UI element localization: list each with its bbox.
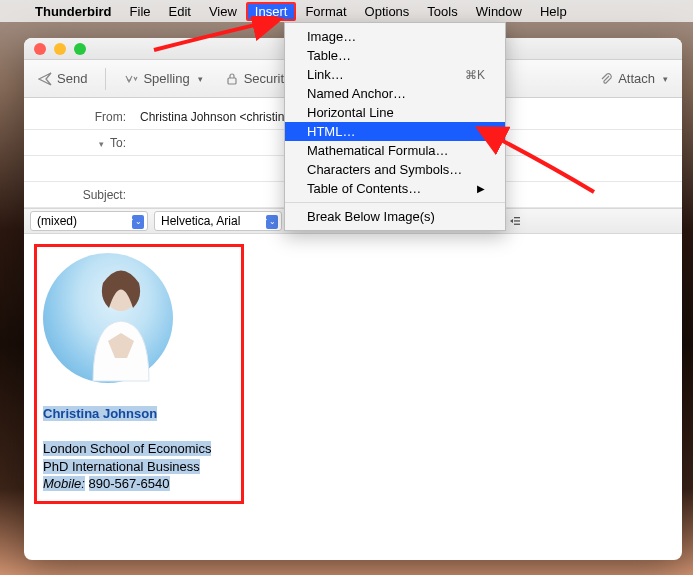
menu-item-image[interactable]: Image… (285, 27, 505, 46)
zoom-button[interactable] (74, 43, 86, 55)
signature-mobile: 890-567-6540 (89, 476, 170, 491)
menu-file[interactable]: File (121, 2, 160, 21)
menu-insert[interactable]: Insert (246, 2, 297, 21)
menu-item-toc[interactable]: Table of Contents…▶ (285, 179, 505, 198)
spelling-icon (124, 72, 138, 86)
menu-item-html[interactable]: HTML… (285, 122, 505, 141)
menu-edit[interactable]: Edit (160, 2, 200, 21)
to-label: To: (24, 136, 134, 150)
svg-rect-16 (514, 224, 520, 225)
menu-item-horizontal-line[interactable]: Horizontal Line (285, 103, 505, 122)
app-menu[interactable]: Thunderbird (26, 2, 121, 21)
svg-rect-0 (228, 78, 236, 84)
menu-item-link[interactable]: Link…⌘K (285, 65, 505, 84)
paperclip-icon (599, 72, 613, 86)
signature-degree: PhD International Business (43, 459, 200, 474)
mac-menubar: Thunderbird File Edit View Insert Format… (0, 0, 693, 22)
menu-help[interactable]: Help (531, 2, 576, 21)
svg-rect-15 (514, 220, 520, 221)
font-select[interactable]: Helvetica, Arial⌃⌄ (154, 211, 282, 231)
close-button[interactable] (34, 43, 46, 55)
menu-item-math-formula[interactable]: Mathematical Formula… (285, 141, 505, 160)
menu-item-table[interactable]: Table… (285, 46, 505, 65)
subject-label: Subject: (24, 188, 134, 202)
insert-menu-dropdown: Image… Table… Link…⌘K Named Anchor… Hori… (284, 22, 506, 231)
signature-name: Christina Johnson (43, 406, 157, 421)
submenu-arrow-icon: ▶ (477, 183, 485, 194)
signature-avatar (43, 253, 193, 391)
attach-button[interactable]: Attach (595, 69, 672, 88)
lock-icon (225, 72, 239, 86)
avatar-person-icon (73, 263, 168, 383)
menu-separator (285, 202, 505, 203)
toolbar-separator (105, 68, 106, 90)
spelling-button[interactable]: Spelling (120, 69, 206, 88)
menu-item-chars-symbols[interactable]: Characters and Symbols… (285, 160, 505, 179)
compose-body[interactable]: Christina Johnson London School of Econo… (24, 234, 682, 514)
menu-item-named-anchor[interactable]: Named Anchor… (285, 84, 505, 103)
menu-window[interactable]: Window (467, 2, 531, 21)
signature-highlight-box: Christina Johnson London School of Econo… (34, 244, 244, 504)
signature-org: London School of Economics (43, 441, 211, 456)
menu-format[interactable]: Format (296, 2, 355, 21)
shortcut-label: ⌘K (465, 68, 485, 82)
send-button[interactable]: Send (34, 69, 91, 88)
paragraph-style-select[interactable]: (mixed)⌃⌄ (30, 211, 148, 231)
menu-options[interactable]: Options (356, 2, 419, 21)
send-icon (38, 72, 52, 86)
menu-tools[interactable]: Tools (418, 2, 466, 21)
minimize-button[interactable] (54, 43, 66, 55)
svg-rect-14 (514, 217, 520, 218)
indent-button[interactable] (504, 211, 526, 231)
menu-item-break-below-images[interactable]: Break Below Image(s) (285, 207, 505, 226)
menu-view[interactable]: View (200, 2, 246, 21)
signature-mobile-label: Mobile: (43, 476, 85, 491)
from-label: From: (24, 110, 134, 124)
